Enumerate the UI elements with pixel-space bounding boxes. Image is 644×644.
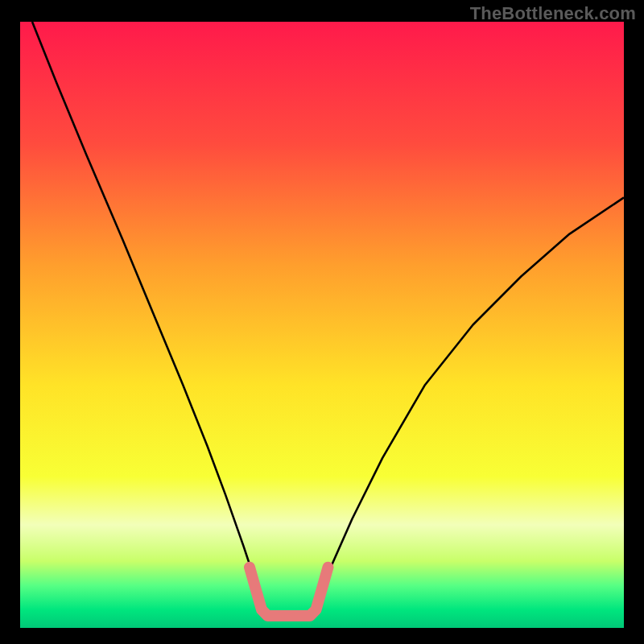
chart-svg — [0, 0, 644, 644]
chart-stage: TheBottleneck.com — [0, 0, 644, 644]
watermark-text: TheBottleneck.com — [470, 3, 636, 24]
plot-background — [20, 22, 624, 628]
